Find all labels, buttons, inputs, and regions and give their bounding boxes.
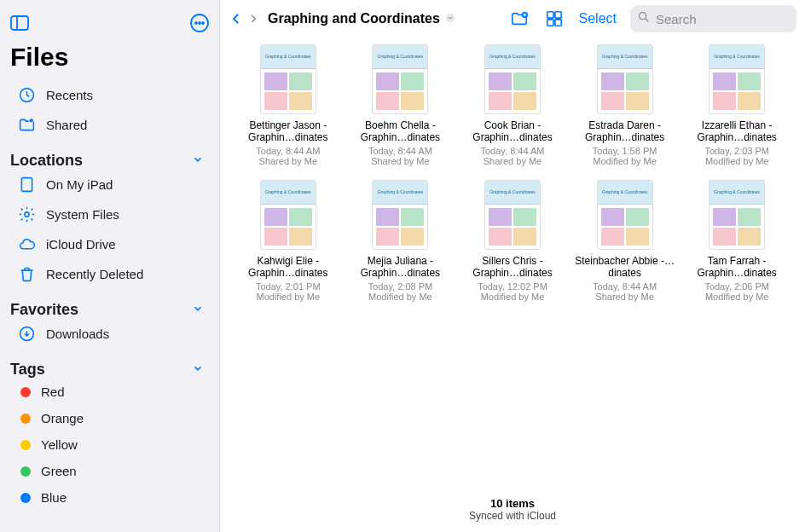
file-thumbnail: Graphing & Coordinates <box>372 44 428 114</box>
file-item[interactable]: Graphing & Coordinates Steinbacher Abbie… <box>572 178 678 304</box>
sidebar: Files Recents Shared Locations On My iPa… <box>0 0 220 532</box>
section-header-locations[interactable]: Locations <box>10 152 209 170</box>
tag-dot-orange <box>20 413 31 424</box>
sidebar-item-tag-orange[interactable]: Orange <box>10 405 209 431</box>
file-item[interactable]: Graphing & Coordinates Mejia Juliana - G… <box>348 178 454 304</box>
svg-rect-16 <box>554 20 560 26</box>
file-timestamp: Today, 1:58 PM <box>593 146 657 156</box>
folder-title[interactable]: Graphing and Coordinates <box>268 11 455 26</box>
file-name: Tam Farrah - Graphin…dinates <box>686 255 788 280</box>
sidebar-item-label: Blue <box>41 490 67 505</box>
file-timestamp: Today, 8:44 AM <box>256 146 320 156</box>
svg-point-7 <box>29 119 33 123</box>
file-timestamp: Today, 2:01 PM <box>256 281 321 292</box>
sidebar-item-recently-deleted[interactable]: Recently Deleted <box>10 259 209 289</box>
file-name: Sillers Chris - Graphin…dinates <box>461 255 564 280</box>
more-options-icon[interactable] <box>190 14 209 32</box>
file-timestamp: Today, 8:44 AM <box>593 281 657 292</box>
file-item[interactable]: Graphing & Coordinates Kahwigi Elie - Gr… <box>235 178 341 304</box>
file-item[interactable]: Graphing & Coordinates Izzarelli Ethan -… <box>684 43 790 168</box>
sidebar-item-label: Green <box>41 464 77 478</box>
svg-rect-0 <box>11 16 28 30</box>
file-thumbnail: Graphing & Coordinates <box>709 180 765 250</box>
sidebar-item-icloud-drive[interactable]: iCloud Drive <box>10 229 209 259</box>
file-item[interactable]: Graphing & Coordinates Bettinger Jason -… <box>235 43 341 168</box>
section-header-tags[interactable]: Tags <box>10 361 209 379</box>
file-status: Modified by Me <box>481 292 545 302</box>
file-timestamp: Today, 2:06 PM <box>704 281 769 292</box>
file-grid: Graphing & Coordinates Bettinger Jason -… <box>235 43 790 304</box>
svg-point-4 <box>199 22 200 24</box>
file-item[interactable]: Graphing & Coordinates Tam Farrah - Grap… <box>684 178 790 304</box>
chevron-down-icon <box>192 153 204 168</box>
svg-point-5 <box>202 22 204 24</box>
ipad-icon <box>17 176 36 194</box>
main-content: Graphing and Coordinates Select <box>220 0 805 532</box>
tag-dot-blue <box>20 493 31 503</box>
section-header-favorites[interactable]: Favorites <box>10 301 209 319</box>
sidebar-item-label: Yellow <box>41 437 78 452</box>
sidebar-item-label: iCloud Drive <box>46 237 116 252</box>
sidebar-item-tag-green[interactable]: Green <box>10 458 209 484</box>
file-name: Izzarelli Ethan - Graphin…dinates <box>686 119 788 144</box>
file-status: Shared by Me <box>259 156 317 166</box>
sidebar-item-label: Recently Deleted <box>46 267 143 281</box>
file-thumbnail: Graphing & Coordinates <box>484 44 541 114</box>
file-name: Estrada Daren - Graphin…dinates <box>574 119 676 144</box>
sidebar-item-label: On My iPad <box>46 177 113 192</box>
chevron-down-icon <box>192 362 204 377</box>
file-item[interactable]: Graphing & Coordinates Cook Brian - Grap… <box>460 43 565 168</box>
search-icon <box>637 10 651 27</box>
file-item[interactable]: Graphing & Coordinates Boehm Chella - Gr… <box>348 43 454 168</box>
file-item[interactable]: Graphing & Coordinates Sillers Chris - G… <box>460 178 565 304</box>
tag-dot-red <box>20 387 31 397</box>
app-title: Files <box>10 43 209 72</box>
file-status: Shared by Me <box>595 292 653 302</box>
search-input[interactable] <box>630 5 796 32</box>
sidebar-item-tag-red[interactable]: Red <box>10 379 209 405</box>
file-name: Steinbacher Abbie -…dinates <box>574 255 676 280</box>
svg-point-9 <box>24 212 28 217</box>
cloud-icon <box>17 235 36 253</box>
file-timestamp: Today, 12:02 PM <box>478 281 547 292</box>
sidebar-item-label: Recents <box>46 88 93 102</box>
download-icon <box>17 325 36 343</box>
chevron-down-icon <box>445 11 455 26</box>
file-thumbnail: Graphing & Coordinates <box>484 180 541 250</box>
file-status: Modified by Me <box>257 292 321 302</box>
svg-point-11 <box>446 14 455 22</box>
shared-folder-icon <box>17 116 36 134</box>
file-timestamp: Today, 2:08 PM <box>368 281 433 292</box>
view-grid-icon[interactable] <box>545 9 564 28</box>
sync-status: Synced with iCloud <box>220 510 805 522</box>
file-thumbnail: Graphing & Coordinates <box>597 44 653 114</box>
svg-rect-15 <box>547 20 553 26</box>
sidebar-item-tag-blue[interactable]: Blue <box>10 484 209 511</box>
toolbar: Graphing and Coordinates Select <box>220 0 805 38</box>
file-thumbnail: Graphing & Coordinates <box>260 44 316 114</box>
sidebar-item-label: System Files <box>46 207 119 222</box>
tag-dot-yellow <box>20 440 31 450</box>
new-folder-icon[interactable] <box>509 9 530 28</box>
sidebar-item-recents[interactable]: Recents <box>10 80 209 110</box>
sidebar-item-shared[interactable]: Shared <box>10 110 209 140</box>
file-item[interactable]: Graphing & Coordinates Estrada Daren - G… <box>572 43 678 168</box>
select-button[interactable]: Select <box>579 11 617 26</box>
sidebar-toggle-icon[interactable] <box>10 15 29 31</box>
file-name: Boehm Chella - Graphin…dinates <box>350 119 452 144</box>
sidebar-item-system-files[interactable]: System Files <box>10 200 209 229</box>
svg-point-17 <box>640 13 646 20</box>
sidebar-item-tag-yellow[interactable]: Yellow <box>10 431 209 458</box>
file-name: Mejia Juliana - Graphin…dinates <box>350 255 452 280</box>
file-status: Shared by Me <box>371 156 429 166</box>
file-thumbnail: Graphing & Coordinates <box>260 180 316 250</box>
back-icon[interactable] <box>229 9 244 28</box>
sidebar-item-on-my-ipad[interactable]: On My iPad <box>10 170 209 200</box>
chevron-down-icon <box>192 303 204 317</box>
footer: 10 items Synced with iCloud <box>220 490 805 532</box>
path-separator-icon <box>247 13 259 25</box>
svg-rect-8 <box>21 178 32 192</box>
sidebar-item-downloads[interactable]: Downloads <box>10 319 209 349</box>
svg-rect-13 <box>547 12 553 18</box>
file-thumbnail: Graphing & Coordinates <box>709 44 765 114</box>
